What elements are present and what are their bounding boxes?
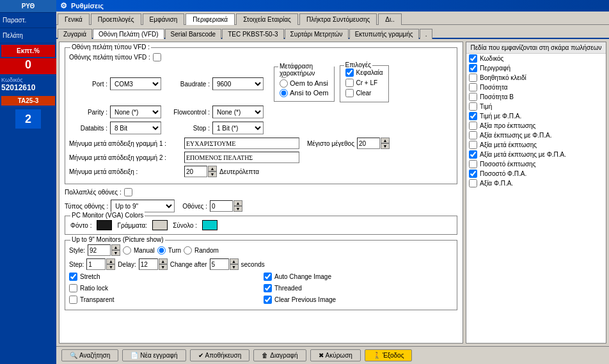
flowcontrol-select[interactable]: None (*): [212, 106, 264, 118]
new-record-button[interactable]: 📄 Νέα εγγραφή: [122, 349, 186, 361]
step-spin-up[interactable]: ▲: [106, 258, 115, 264]
sub-tab-dot[interactable]: .: [420, 29, 433, 39]
style-spin-down[interactable]: ▼: [111, 250, 120, 256]
fields-list: Κωδικός Περιγραφή Βοηθητικό κλειδί Ποσότ…: [466, 54, 606, 343]
tab-more[interactable]: Δι..: [378, 13, 401, 25]
turn-label: Turn: [168, 247, 181, 254]
msg1-input[interactable]: [184, 138, 299, 149]
radio-random[interactable]: [184, 246, 192, 255]
field-cb-timi[interactable]: [469, 102, 477, 111]
msg2-input[interactable]: [184, 152, 299, 163]
field-cb-axia-meta[interactable]: [469, 141, 477, 149]
sub-tab-ektyp[interactable]: Εκτυπωτής γραμμής: [349, 29, 419, 39]
delay-spin-up[interactable]: ▲: [159, 258, 168, 264]
ratio-lock-checkbox[interactable]: [69, 284, 77, 292]
stop-select[interactable]: 1 Bit (*): [212, 122, 264, 134]
sub-tab-tec[interactable]: TEC PKBST-50-3: [222, 29, 283, 39]
tab-pliktro[interactable]: Πλήκτρα Συντόμευσης: [299, 13, 377, 25]
field-cb-posotb[interactable]: [469, 93, 477, 101]
random-label: Random: [194, 247, 219, 254]
sub-tab-syrtari[interactable]: Συρτάρι Μετρητών: [285, 29, 349, 39]
step-spin-down[interactable]: ▼: [106, 264, 115, 270]
sub-tab-vfd[interactable]: Οθόνη Πελάτη (VFD): [93, 29, 164, 39]
field-item-posotb: Ποσότητα Β: [466, 92, 606, 102]
transparent-checkbox[interactable]: [69, 296, 77, 304]
auto-change-checkbox[interactable]: [264, 273, 272, 281]
tab-emfanisi[interactable]: Εμφάνιση: [143, 13, 185, 25]
databits-select[interactable]: 8 Bit: [110, 122, 161, 134]
sub-tab-barscode[interactable]: Serial Barscode: [165, 29, 222, 39]
tipos-select[interactable]: Up to 9": [111, 200, 175, 212]
kefalaio-checkbox[interactable]: [345, 68, 354, 77]
style-input[interactable]: [88, 244, 111, 256]
delay-input[interactable]: [139, 258, 158, 270]
threaded-checkbox[interactable]: [264, 284, 272, 292]
field-cb-timi-fpa[interactable]: [469, 112, 477, 120]
clear-prev-checkbox[interactable]: [264, 296, 272, 304]
radio-turn[interactable]: [157, 246, 166, 255]
field-cb-posot[interactable]: [469, 83, 477, 91]
radio-oem-ansi[interactable]: [280, 79, 288, 88]
style-spin-up[interactable]: ▲: [111, 244, 120, 250]
field-item-voith: Βοηθητικό κλειδί: [466, 73, 606, 83]
field-cb-voith[interactable]: [469, 74, 477, 82]
vfd-enabled-checkbox[interactable]: [153, 53, 161, 61]
fields-panel-title: Πεδία που εμφανίζονται στη σκάρα πωλήσεω…: [466, 42, 606, 54]
tab-genika[interactable]: Γενικά: [58, 13, 90, 25]
tab-stoixeia[interactable]: Στοιχεία Εταιρίας: [236, 13, 298, 25]
sidebar-item-parast[interactable]: Παραστ.: [0, 13, 56, 28]
field-cb-axia-pro[interactable]: [469, 122, 477, 130]
grammata-color[interactable]: [152, 220, 168, 230]
exit-button[interactable]: 🚶 Έξοδος: [365, 349, 413, 361]
field-cb-kodikos[interactable]: [469, 54, 477, 63]
delete-button[interactable]: 🗑 Διαγραφή: [253, 349, 306, 361]
field-cb-pososto-ekpt[interactable]: [469, 160, 477, 168]
megisto-spin-down[interactable]: ▼: [381, 143, 390, 149]
change-input[interactable]: [210, 258, 229, 270]
pollaplas-checkbox[interactable]: [124, 188, 132, 196]
port-select[interactable]: COM3: [110, 77, 161, 90]
main-area: ⚙ Ρυθμίσεις Γενικά Προεπιλογές Εμφάνιση …: [56, 0, 609, 364]
cancel-button[interactable]: ✖ Ακύρωση: [310, 349, 361, 361]
field-cb-pososto-fpa[interactable]: [469, 170, 477, 178]
synolo-label: Σύνολο :: [173, 222, 197, 229]
step-input[interactable]: [86, 258, 106, 270]
databits-stop-row: Databits : 8 Bit Stop : 1 Bit (*): [69, 122, 453, 134]
radio-manual[interactable]: [123, 246, 131, 255]
change-spin-up[interactable]: ▲: [230, 258, 239, 264]
fonto-color[interactable]: [97, 220, 112, 230]
radio-ansi-oem[interactable]: [280, 89, 288, 97]
search-button[interactable]: 🔍 Αναζήτηση: [61, 349, 118, 361]
megisto-input[interactable]: [357, 138, 380, 149]
clear-checkbox[interactable]: [345, 89, 354, 97]
delay-spin-down[interactable]: ▼: [159, 264, 168, 270]
othones-spin-up[interactable]: ▲: [233, 200, 242, 206]
apodeixi-spin-up[interactable]: ▲: [208, 166, 217, 171]
sidebar-item-pelati[interactable]: Πελάτη: [0, 28, 56, 44]
field-cb-axia-fpa[interactable]: [469, 179, 477, 187]
othones-input[interactable]: [210, 200, 233, 212]
msg-apodeixi-input[interactable]: [184, 166, 207, 177]
msg2-row: Μήνυμα μετά απόδειξη γραμμή 2 :: [69, 152, 453, 163]
msg-apodeixi-label: Μήνυμα μετά απόδειξη :: [69, 168, 184, 175]
field-cb-perigrafi[interactable]: [469, 64, 477, 72]
baudrate-select[interactable]: 9600: [212, 77, 264, 90]
crlf-checkbox[interactable]: [345, 79, 354, 87]
megisto-spin-up[interactable]: ▲: [381, 138, 390, 143]
parity-select[interactable]: None (*): [110, 106, 161, 118]
tab-peripheriaka[interactable]: Περιφεριακά: [186, 13, 235, 25]
synolo-color[interactable]: [202, 220, 217, 230]
save-button[interactable]: ✔ Αποθήκευση: [190, 349, 250, 361]
field-item-kodikos: Κωδικός: [466, 54, 606, 63]
manual-label: Manual: [134, 247, 155, 254]
stretch-checkbox[interactable]: [69, 273, 77, 281]
sub-tab-zygaria[interactable]: Ζυγαριά: [58, 29, 92, 39]
style-label: Style:: [69, 247, 85, 254]
tab-proepilogi[interactable]: Προεπιλογές: [91, 13, 141, 25]
apodeixi-spin-down[interactable]: ▼: [208, 171, 217, 177]
change-spin-down[interactable]: ▼: [230, 264, 239, 270]
othones-spin-down[interactable]: ▼: [233, 206, 242, 212]
field-cb-axia-meta-fpa[interactable]: [469, 150, 477, 159]
field-cb-axia-ekpt-fpa[interactable]: [469, 131, 477, 139]
port-label: Port :: [69, 81, 107, 88]
